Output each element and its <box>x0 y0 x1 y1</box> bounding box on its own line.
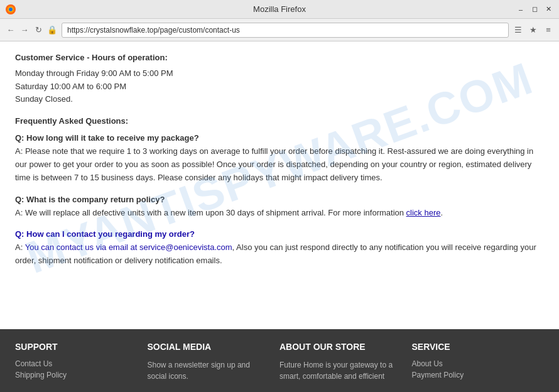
footer-about-us[interactable]: About Us <box>412 359 535 368</box>
title-bar: Mozilla Firefox – ◻ ✕ <box>0 0 559 19</box>
footer-about-desc: Future Home is your gateway to a smart, … <box>280 359 402 382</box>
customer-service-section: Customer Service - Hours of operation: M… <box>15 52 544 106</box>
faq-2-answer: A: We will replace all defective units w… <box>15 207 544 220</box>
reader-icon[interactable]: ☰ <box>513 24 524 36</box>
footer: SUPPORT Contact Us Shipping Policy Socia… <box>0 329 559 392</box>
faq-2-answer-pre: A: We will replace all defective units w… <box>15 208 406 217</box>
faq-3-question: Q: How can I contact you regarding my or… <box>15 229 544 239</box>
browser-title: Mozilla Firefox <box>253 4 306 14</box>
faq-3-answer-pre: A: <box>15 242 25 252</box>
footer-social-desc: Show a newsletter sign up and social ico… <box>148 359 270 382</box>
faq-item-2: Q: What is the company return policy? A:… <box>15 195 544 220</box>
faq-heading: Frequently Asked Questions: <box>15 116 544 126</box>
footer-social-title: Social media <box>148 342 270 352</box>
nav-icons: ← → ↻ 🔒 <box>5 24 58 36</box>
lock-icon: 🔒 <box>46 24 58 36</box>
footer-about: About our store Future Home is your gate… <box>280 342 412 382</box>
faq-1-answer: A: Please note that we require 1 to 3 wo… <box>15 145 544 184</box>
hours-line-3: Sunday Closed. <box>15 93 544 106</box>
refresh-icon[interactable]: ↻ <box>33 24 44 36</box>
address-bar: ← → ↻ 🔒 ☰ ★ ≡ <box>0 19 559 41</box>
footer-about-title: About our store <box>280 342 402 352</box>
svg-point-2 <box>9 8 13 11</box>
footer-contact-us[interactable]: Contact Us <box>15 359 138 368</box>
faq-2-answer-post: . <box>441 208 443 217</box>
maximize-button[interactable]: ◻ <box>529 4 540 15</box>
back-icon[interactable]: ← <box>5 24 16 36</box>
window-controls: – ◻ ✕ <box>515 4 554 15</box>
faq-2-question: Q: What is the company return policy? <box>15 195 544 204</box>
bookmark-icon[interactable]: ★ <box>528 24 539 36</box>
toolbar-icons: ☰ ★ ≡ <box>513 24 554 36</box>
hours-line-2: Saturday 10:00 AM to 6:00 PM <box>15 80 544 94</box>
forward-icon[interactable]: → <box>19 24 30 36</box>
minimize-button[interactable]: – <box>515 4 526 15</box>
faq-item-1: Q: How long will it take to receive my p… <box>15 133 544 184</box>
faq-1-question: Q: How long will it take to receive my p… <box>15 133 544 143</box>
click-here-link[interactable]: click here <box>406 208 441 217</box>
footer-support-title: SUPPORT <box>15 342 138 352</box>
footer-social: Social media Show a newsletter sign up a… <box>148 342 280 382</box>
footer-support: SUPPORT Contact Us Shipping Policy <box>15 342 148 382</box>
faq-3-answer: A: You can contact us via email at servi… <box>15 241 544 268</box>
hours-line-1: Monday through Friday 9:00 AM to 5:00 PM <box>15 67 544 80</box>
firefox-icon <box>5 4 16 15</box>
url-input[interactable] <box>62 23 509 38</box>
customer-service-heading: Customer Service - Hours of operation: <box>15 52 544 65</box>
faq-item-3: Q: How can I contact you regarding my or… <box>15 229 544 268</box>
footer-shipping-policy[interactable]: Shipping Policy <box>15 371 138 379</box>
footer-service-title: SERVICE <box>412 342 535 352</box>
menu-icon[interactable]: ≡ <box>543 24 554 36</box>
footer-payment-policy[interactable]: Payment Policy <box>412 371 535 379</box>
faq-3-email: You can contact us via email at service@… <box>25 242 232 252</box>
footer-service: SERVICE About Us Payment Policy <box>412 342 545 382</box>
page-content: MYANTISPYWARE.COM Customer Service - Hou… <box>0 41 559 392</box>
close-button[interactable]: ✕ <box>543 4 554 15</box>
